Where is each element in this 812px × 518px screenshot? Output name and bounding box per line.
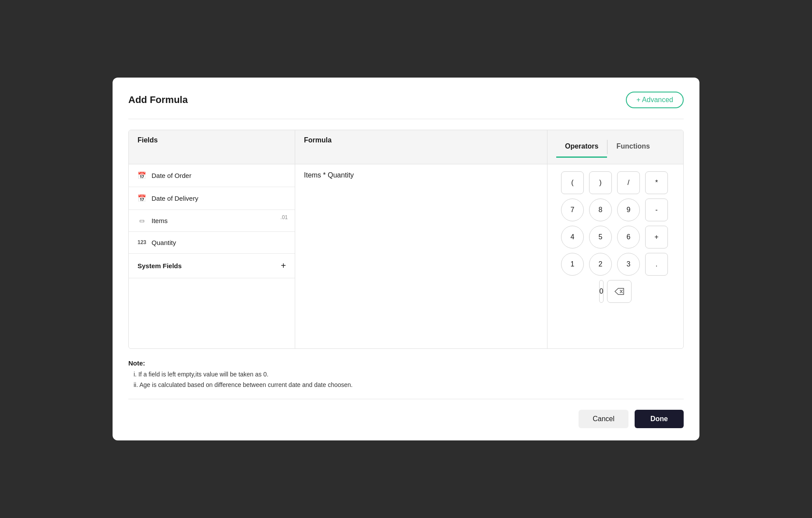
key-0[interactable]: 0 (599, 280, 604, 303)
formula-column: Items * Quantity (295, 164, 547, 348)
dialog-footer: Cancel Done (128, 410, 684, 428)
system-fields-label: System Fields (138, 262, 182, 270)
key-plus[interactable]: + (645, 226, 668, 248)
key-8[interactable]: 8 (589, 199, 612, 221)
items-badge: .01 (280, 214, 288, 220)
system-fields-plus-icon: + (281, 261, 286, 271)
key-2[interactable]: 2 (589, 253, 612, 276)
note-title: Note: (128, 359, 684, 367)
field-item-date-of-order[interactable]: 📅 Date of Order (129, 164, 295, 187)
fields-header: Fields (129, 130, 295, 164)
key-divide[interactable]: / (617, 171, 640, 194)
keypad-row-4: 1 2 3 . (554, 253, 676, 276)
done-button[interactable]: Done (635, 410, 684, 428)
key-multiply[interactable]: * (645, 171, 668, 194)
key-4[interactable]: 4 (561, 226, 584, 248)
formula-header: Formula (295, 130, 547, 164)
table-body: 📅 Date of Order 📅 Date of Delivery .01 ▭… (129, 164, 683, 348)
formula-value: Items * Quantity (304, 171, 354, 179)
key-1[interactable]: 1 (561, 253, 584, 276)
tabs-container: Operators Functions (556, 136, 674, 158)
field-item-items[interactable]: .01 ▭ Items (129, 210, 295, 232)
advanced-button[interactable]: + Advanced (626, 92, 684, 108)
table-header: Fields Formula Operators Functions (129, 130, 683, 164)
field-name-date-of-order: Date of Order (152, 172, 191, 179)
cancel-button[interactable]: Cancel (579, 410, 628, 428)
main-table: Fields Formula Operators Functions 📅 Dat… (128, 130, 684, 349)
key-3[interactable]: 3 (617, 253, 640, 276)
field-name-quantity: Quantity (152, 239, 176, 246)
operators-column: ( ) / * 7 8 9 - 4 5 6 + (547, 164, 683, 348)
calendar-icon-2: 📅 (138, 194, 146, 202)
field-item-quantity[interactable]: 123 Quantity (129, 232, 295, 254)
note-section: Note: i. If a field is left empty,its va… (128, 359, 684, 390)
key-minus[interactable]: - (645, 199, 668, 221)
operators-functions-tabs: Operators Functions (547, 130, 683, 164)
dialog-title: Add Formula (128, 94, 188, 106)
field-item-date-of-delivery[interactable]: 📅 Date of Delivery (129, 187, 295, 210)
system-fields-row[interactable]: System Fields + (129, 254, 295, 278)
key-close-paren[interactable]: ) (589, 171, 612, 194)
keypad-row-1: ( ) / * (554, 171, 676, 194)
key-6[interactable]: 6 (617, 226, 640, 248)
footer-divider (128, 399, 684, 399)
tab-functions[interactable]: Functions (607, 136, 658, 158)
key-decimal[interactable]: . (645, 253, 668, 276)
fields-column: 📅 Date of Order 📅 Date of Delivery .01 ▭… (129, 164, 295, 348)
tab-operators[interactable]: Operators (556, 136, 607, 158)
dialog-header: Add Formula + Advanced (128, 92, 684, 108)
calendar-icon-1: 📅 (138, 171, 146, 180)
note-line-1: i. If a field is left empty,its value wi… (134, 369, 684, 380)
note-text: i. If a field is left empty,its value wi… (128, 369, 684, 390)
key-open-paren[interactable]: ( (561, 171, 584, 194)
quantity-icon: 123 (138, 239, 146, 245)
key-5[interactable]: 5 (589, 226, 612, 248)
note-line-2: ii. Age is calculated based on differenc… (134, 380, 684, 390)
key-9[interactable]: 9 (617, 199, 640, 221)
add-formula-dialog: Add Formula + Advanced Fields Formula Op… (113, 78, 699, 441)
items-icon: ▭ (138, 217, 146, 224)
backspace-icon (614, 288, 624, 295)
field-name-date-of-delivery: Date of Delivery (152, 195, 198, 202)
keypad-row-5: 0 (599, 280, 632, 303)
key-backspace[interactable] (607, 280, 632, 303)
field-name-items: Items (152, 217, 168, 224)
key-7[interactable]: 7 (561, 199, 584, 221)
keypad-row-2: 7 8 9 - (554, 199, 676, 221)
header-divider (128, 119, 684, 119)
keypad-row-3: 4 5 6 + (554, 226, 676, 248)
